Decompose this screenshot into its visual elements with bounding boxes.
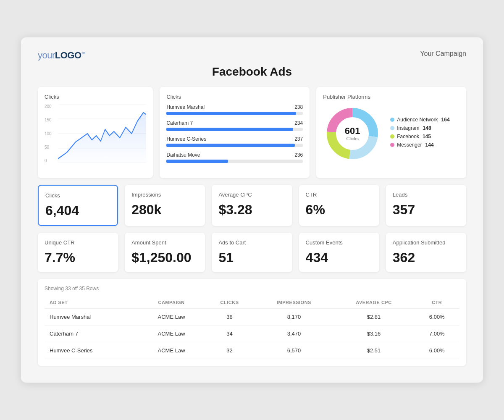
bar-value: 238 — [294, 104, 303, 110]
table-row: Humvee C-SeriesACME Law326,570$2.516.00% — [45, 342, 459, 359]
metric-label: Application Submitted — [393, 239, 459, 246]
legend-value: 145 — [423, 134, 431, 139]
legend-dot — [390, 134, 394, 139]
line-chart-container: 200 150 100 50 0 — [45, 104, 146, 171]
table-col-header: AD SET — [45, 297, 138, 309]
bar-chart-title: Clicks — [166, 94, 303, 100]
bar-fill — [166, 160, 228, 163]
table-cell: ACME Law — [138, 342, 204, 359]
bar-label: Humvee C-Series — [166, 136, 206, 142]
table-cell: $2.51 — [333, 342, 414, 359]
bar-item: Daihatsu Move 236 — [166, 152, 303, 163]
bar-label: Daihatsu Move — [166, 152, 200, 158]
legend-dot — [390, 126, 394, 130]
donut-center-label: Clicks — [345, 136, 360, 141]
metric-value: $3.28 — [218, 202, 285, 218]
legend-item: Audience Network 164 — [390, 117, 459, 123]
legend-item: Facebook 145 — [390, 134, 459, 139]
table-col-header: CTR — [415, 297, 459, 309]
bar-fill — [166, 144, 294, 147]
metric-label: CTR — [306, 192, 373, 198]
metric-value: 362 — [393, 250, 459, 265]
legend-dot — [390, 143, 394, 147]
table-cell: 7.00% — [415, 326, 459, 342]
metrics-row-1: Clicks 6,404 Impressions 280k Average CP… — [38, 185, 466, 226]
bar-header: Caterham 7 234 — [166, 120, 303, 126]
table-row: Caterham 7ACME Law343,470$3.167.00% — [45, 326, 459, 342]
bar-header: Daihatsu Move 236 — [166, 152, 303, 158]
donut-legend: Audience Network 164 Instagram 148 Faceb… — [390, 117, 459, 150]
legend-value: 164 — [441, 117, 450, 123]
table-row: Humvee MarshalACME Law388,170$2.816.00% — [45, 309, 459, 326]
legend-value: 148 — [423, 125, 431, 131]
table-cell: 34 — [205, 326, 255, 342]
metric-card-ads-cart: Ads to Cart 51 — [212, 233, 292, 272]
y-axis: 200 150 100 50 0 — [45, 104, 56, 163]
metric-card-clicks: Clicks 6,404 — [38, 185, 118, 226]
donut-section: 601 Clicks Audience Network 164 Instagra… — [323, 104, 459, 163]
metric-card-unique-ctr: Unique CTR 7.7% — [38, 233, 118, 272]
metric-label: Ads to Cart — [218, 239, 285, 246]
logo: yourLOGO™ — [38, 50, 85, 61]
metric-card-amount-spent: Amount Spent $1,250.00 — [125, 233, 205, 272]
legend-item: Messenger 144 — [390, 142, 459, 148]
metric-card-impressions: Impressions 280k — [125, 185, 205, 226]
donut-chart-title: Publisher Platforms — [323, 94, 459, 100]
bar-item: Humvee C-Series 237 — [166, 136, 303, 147]
bar-fill — [166, 112, 296, 115]
legend-dot — [390, 118, 394, 122]
metric-label: Clicks — [45, 192, 110, 199]
table-cell: ACME Law — [138, 309, 204, 326]
metric-value: 357 — [393, 202, 459, 218]
charts-row: Clicks 200 150 100 50 0 — [38, 87, 466, 178]
metric-label: Average CPC — [218, 192, 285, 198]
legend-label: Audience Network — [397, 117, 438, 123]
metric-value: 6% — [306, 202, 373, 218]
legend-label: Facebook — [397, 134, 419, 139]
table-cell: 6.00% — [415, 342, 459, 359]
metric-label: Impressions — [131, 192, 198, 198]
donut-center-number: 601 — [345, 126, 360, 136]
table-col-header: IMPRESSIONS — [255, 297, 333, 309]
legend-label: Instagram — [397, 125, 419, 131]
table-cell: Caterham 7 — [45, 326, 138, 342]
y-150: 150 — [45, 118, 56, 122]
bar-item: Humvee Marshal 238 — [166, 104, 303, 115]
table-cell: 6,570 — [255, 342, 333, 359]
table-cell: $2.81 — [333, 309, 414, 326]
y-100: 100 — [45, 131, 56, 136]
legend-value: 144 — [425, 142, 434, 148]
metric-label: Custom Events — [306, 239, 373, 246]
table-cell: 3,470 — [255, 326, 333, 342]
bar-track — [166, 128, 303, 131]
table-body: Humvee MarshalACME Law388,170$2.816.00%C… — [45, 309, 459, 359]
table-meta: Showing 33 off 35 Rows — [45, 286, 459, 291]
metric-value: 7.7% — [45, 250, 111, 265]
bar-chart-card: Clicks Humvee Marshal 238 Caterham 7 234… — [160, 87, 310, 178]
table-col-header: CLICKS — [205, 297, 255, 309]
metric-value: $1,250.00 — [131, 250, 198, 265]
bar-label: Caterham 7 — [166, 120, 193, 126]
metric-card-custom-events: Custom Events 434 — [299, 233, 379, 272]
header: yourLOGO™ Your Campaign — [38, 50, 466, 61]
table-card: Showing 33 off 35 Rows AD SETCAMPAIGNCLI… — [38, 279, 466, 366]
metric-card-app-submitted: Application Submitted 362 — [386, 233, 466, 272]
table-cell: $3.16 — [333, 326, 414, 342]
table-cell: ACME Law — [138, 326, 204, 342]
donut-wrapper: 601 Clicks — [323, 104, 382, 163]
bar-chart-items: Humvee Marshal 238 Caterham 7 234 Humvee… — [166, 104, 303, 163]
bar-value: 234 — [294, 120, 303, 126]
table-head: AD SETCAMPAIGNCLICKSIMPRESSIONSAVERAGE C… — [45, 297, 459, 309]
data-table: AD SETCAMPAIGNCLICKSIMPRESSIONSAVERAGE C… — [45, 297, 459, 359]
bar-label: Humvee Marshal — [166, 104, 205, 110]
bar-header: Humvee C-Series 237 — [166, 136, 303, 142]
table-col-header: CAMPAIGN — [138, 297, 204, 309]
y-50: 50 — [45, 145, 56, 150]
metric-card-avg-cpc: Average CPC $3.28 — [212, 185, 292, 226]
table-col-header: AVERAGE CPC — [333, 297, 414, 309]
metric-label: Unique CTR — [45, 239, 111, 246]
line-chart-card: Clicks 200 150 100 50 0 — [38, 87, 153, 178]
campaign-label: Your Campaign — [420, 50, 466, 58]
logo-tm: ™ — [81, 51, 86, 56]
metric-value: 51 — [218, 250, 285, 265]
